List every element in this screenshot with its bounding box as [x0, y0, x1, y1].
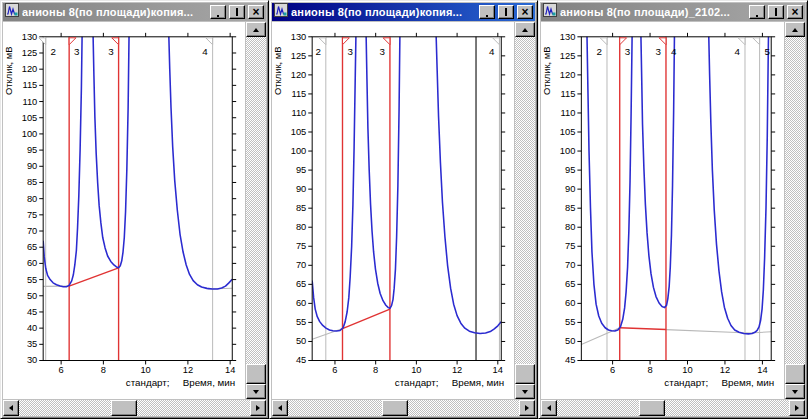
peak-marker-flag[interactable]	[493, 38, 500, 45]
vertical-scroll-thumb[interactable]	[785, 364, 805, 384]
y-tick-label: 50	[565, 336, 575, 346]
scroll-right-button[interactable]	[789, 400, 805, 416]
scroll-left-button[interactable]	[541, 400, 557, 416]
scrollbar-track[interactable]	[288, 400, 519, 416]
x-tick-label: 8	[101, 365, 106, 375]
child-window[interactable]: анионы 8(по площади)копия...×13012512011…	[0, 0, 269, 419]
scroll-left-icon	[9, 405, 13, 411]
scroll-down-button[interactable]	[246, 384, 266, 399]
peak-marker-flag[interactable]	[659, 38, 666, 45]
horizontal-scrollbar[interactable]	[272, 400, 535, 416]
horizontal-scrollbar[interactable]	[541, 400, 805, 416]
scrollbar-track[interactable]	[19, 400, 250, 416]
horizontal-scrollbar[interactable]	[3, 400, 266, 416]
chromatogram-icon[interactable]	[5, 3, 19, 21]
peak-number-label: 3	[380, 46, 386, 57]
peak-baseline[interactable]	[343, 309, 390, 328]
y-tick-label: 50	[27, 291, 37, 301]
maximize-button[interactable]	[768, 5, 784, 19]
maximize-icon	[236, 8, 238, 16]
peak-marker-flag[interactable]	[600, 38, 607, 45]
x-tick-label: 10	[140, 365, 150, 375]
y-tick-label: 50	[296, 336, 306, 346]
vertical-scroll-thumb[interactable]	[246, 364, 266, 384]
scroll-up-button[interactable]	[785, 22, 805, 37]
chart-area[interactable]: 1301251201151101051009590858075706560555…	[3, 22, 245, 399]
scroll-left-button[interactable]	[3, 400, 19, 416]
scroll-up-button[interactable]	[515, 22, 535, 37]
chromatogram-plot[interactable]: 1301251201151101051009590858075706560555…	[541, 22, 784, 399]
horizontal-scroll-thumb[interactable]	[382, 400, 408, 416]
x-axis-title: Время, мин	[183, 377, 236, 388]
scroll-up-button[interactable]	[246, 22, 266, 37]
x-tick-label: 10	[411, 365, 421, 375]
window-titlebar[interactable]: анионы 8(по площади)_2102...×	[541, 3, 805, 21]
scroll-right-button[interactable]	[519, 400, 535, 416]
scrollbar-track[interactable]	[557, 400, 789, 416]
scroll-left-icon	[547, 405, 551, 411]
y-tick-label: 80	[296, 222, 306, 232]
peak-marker-flag[interactable]	[39, 38, 46, 45]
minimize-button[interactable]	[749, 5, 765, 19]
horizontal-scroll-thumb[interactable]	[639, 400, 665, 416]
y-tick-label: 90	[296, 184, 306, 194]
scroll-right-button[interactable]	[250, 400, 266, 416]
close-button[interactable]: ×	[787, 5, 803, 19]
peak-marker-flag[interactable]	[620, 38, 627, 45]
x-tick-label: 14	[493, 365, 503, 375]
horizontal-scroll-thumb[interactable]	[111, 400, 137, 416]
scroll-left-icon	[278, 405, 282, 411]
window-titlebar[interactable]: анионы 8(по площади)копия...×	[3, 3, 266, 21]
y-tick-label: 110	[22, 96, 37, 106]
child-window[interactable]: анионы 8(по площади)_2102...×13012512011…	[538, 0, 808, 419]
chromatogram-icon[interactable]	[543, 3, 557, 21]
peak-marker-flag[interactable]	[319, 38, 326, 45]
minimize-button[interactable]	[210, 5, 226, 19]
vertical-scrollbar[interactable]	[246, 22, 266, 399]
y-tick-label: 45	[27, 307, 37, 317]
peak-marker-flag[interactable]	[738, 38, 745, 45]
peak-number-label: 2	[315, 46, 320, 57]
x-tick-label: 8	[647, 365, 652, 375]
y-tick-label: 95	[27, 145, 37, 155]
peak-marker-flag[interactable]	[383, 38, 390, 45]
y-tick-label: 100	[22, 129, 38, 139]
maximize-button[interactable]	[229, 5, 245, 19]
chart-area[interactable]: 1301251201151101051009590858075706560555…	[272, 22, 514, 399]
scroll-left-button[interactable]	[272, 400, 288, 416]
peak-marker-flag[interactable]	[206, 38, 213, 45]
scroll-down-button[interactable]	[785, 384, 805, 399]
peak-baseline[interactable]	[620, 328, 666, 330]
vertical-scroll-thumb[interactable]	[515, 364, 535, 384]
scroll-down-button[interactable]	[515, 384, 535, 399]
peak-marker-flag[interactable]	[753, 38, 760, 45]
y-tick-label: 120	[291, 70, 307, 80]
x-tick-label: 12	[183, 365, 193, 375]
child-window[interactable]: анионы 8(по площади)копия...×13012512011…	[269, 0, 538, 419]
close-button[interactable]: ×	[517, 5, 533, 19]
window-titlebar[interactable]: анионы 8(по площади)копия...×	[272, 3, 535, 21]
y-axis-title: Отклик, мВ	[542, 47, 552, 96]
vertical-scrollbar[interactable]	[785, 22, 805, 399]
peak-marker-flag[interactable]	[342, 38, 349, 45]
minimize-button[interactable]	[479, 5, 495, 19]
peak-marker-flag[interactable]	[69, 38, 76, 45]
chart-area[interactable]: 1301251201151101051009590858075706560555…	[541, 22, 784, 399]
y-tick-label: 70	[565, 260, 575, 270]
scrollbar-track[interactable]	[515, 37, 535, 384]
peak-marker-flag[interactable]	[112, 38, 119, 45]
y-tick-label: 75	[27, 210, 37, 220]
peak-number-label: 4	[671, 46, 677, 57]
maximize-button[interactable]	[498, 5, 514, 19]
x-tick-label: 6	[59, 365, 64, 375]
y-axis-title: Отклик, мВ	[273, 47, 283, 95]
vertical-scrollbar[interactable]	[515, 22, 535, 399]
peak-number-label: 3	[625, 46, 631, 57]
close-button[interactable]: ×	[248, 5, 264, 19]
chromatogram-icon[interactable]	[274, 3, 288, 21]
scrollbar-track[interactable]	[785, 37, 805, 384]
peak-baseline[interactable]	[69, 268, 118, 286]
chromatogram-plot[interactable]: 1301251201151101051009590858075706560555…	[272, 22, 514, 399]
scrollbar-track[interactable]	[246, 37, 266, 384]
chromatogram-plot[interactable]: 1301251201151101051009590858075706560555…	[3, 22, 245, 399]
